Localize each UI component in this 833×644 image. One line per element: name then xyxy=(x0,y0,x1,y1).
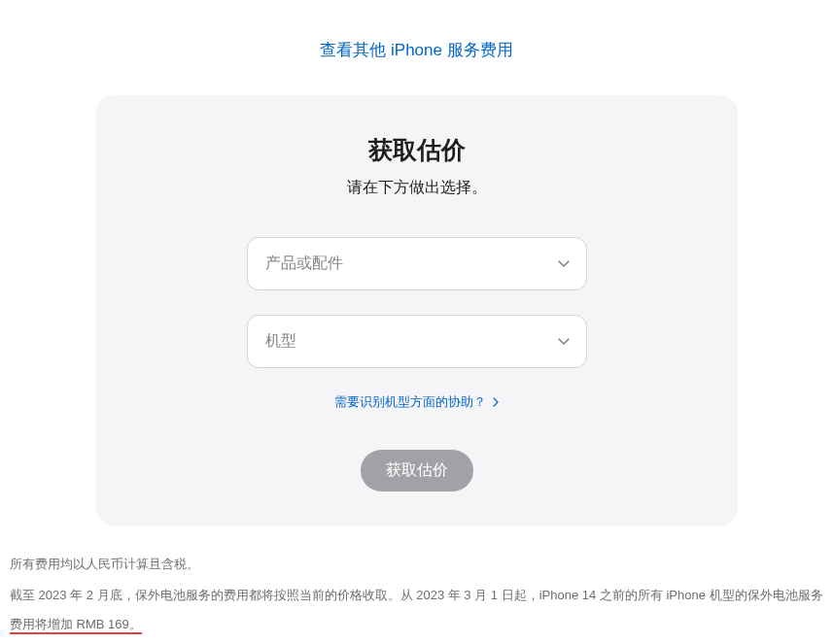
help-link-container: 需要识别机型方面的协助？ xyxy=(135,392,699,411)
product-select-placeholder: 产品或配件 xyxy=(265,254,343,274)
model-select-wrapper: 机型 xyxy=(247,315,587,368)
product-select[interactable]: 产品或配件 xyxy=(247,237,587,290)
footer-line-2: 截至 2023 年 2 月底，保外电池服务的费用都将按照当前的价格收取。从 20… xyxy=(10,581,823,639)
top-link-container: 查看其他 iPhone 服务费用 xyxy=(0,0,833,81)
chevron-down-icon xyxy=(557,335,571,349)
help-link-label: 需要识别机型方面的协助？ xyxy=(334,394,486,409)
footer-highlight: 费用将增加 RMB 169。 xyxy=(10,617,142,634)
model-select-placeholder: 机型 xyxy=(265,331,296,352)
estimate-card: 获取估价 请在下方做出选择。 产品或配件 机型 需要识别机型方面的协助？ 获取估… xyxy=(96,95,738,525)
chevron-down-icon xyxy=(557,257,571,271)
chevron-right-icon xyxy=(493,395,499,410)
card-subtitle: 请在下方做出选择。 xyxy=(135,178,699,198)
footer-line-1: 所有费用均以人民币计算且含税。 xyxy=(10,550,823,579)
identify-model-help-link[interactable]: 需要识别机型方面的协助？ xyxy=(334,394,500,409)
footer-notes: 所有费用均以人民币计算且含税。 截至 2023 年 2 月底，保外电池服务的费用… xyxy=(0,525,833,639)
product-select-wrapper: 产品或配件 xyxy=(247,237,587,290)
footer-line-2-text: 截至 2023 年 2 月底，保外电池服务的费用都将按照当前的价格收取。从 20… xyxy=(10,588,823,602)
model-select[interactable]: 机型 xyxy=(247,315,587,368)
view-other-services-link[interactable]: 查看其他 iPhone 服务费用 xyxy=(320,41,512,59)
get-estimate-button[interactable]: 获取估价 xyxy=(361,450,473,491)
card-title: 获取估价 xyxy=(135,134,699,166)
